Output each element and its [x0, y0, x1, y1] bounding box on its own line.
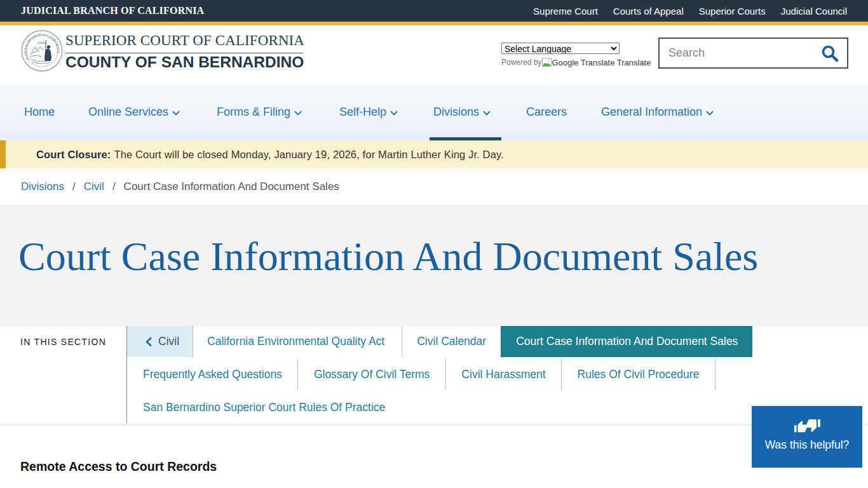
- svg-text:EUREKA: EUREKA: [37, 42, 47, 44]
